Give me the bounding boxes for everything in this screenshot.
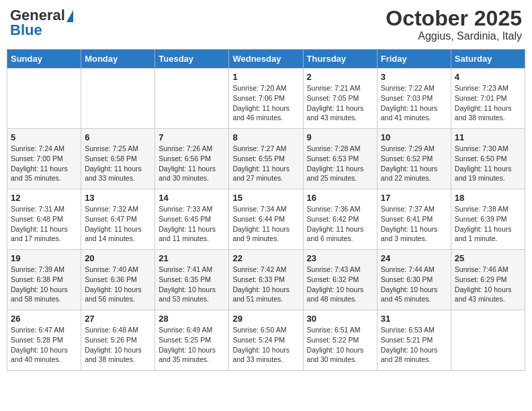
day-number: 2: [307, 72, 373, 82]
calendar-cell: 30Sunrise: 6:51 AM Sunset: 5:22 PM Dayli…: [303, 310, 377, 371]
day-info: Sunrise: 7:40 AM Sunset: 6:36 PM Dayligh…: [85, 265, 151, 304]
header-cell-saturday: Saturday: [451, 50, 525, 68]
day-number: 24: [381, 253, 447, 263]
header-cell-tuesday: Tuesday: [155, 50, 229, 68]
calendar-header: SundayMondayTuesdayWednesdayThursdayFrid…: [7, 50, 525, 68]
calendar-cell: 2Sunrise: 7:21 AM Sunset: 7:05 PM Daylig…: [303, 68, 377, 129]
day-number: 6: [85, 132, 151, 142]
day-number: 28: [159, 314, 225, 324]
calendar-cell: 17Sunrise: 7:37 AM Sunset: 6:41 PM Dayli…: [377, 189, 451, 250]
day-number: 9: [307, 132, 373, 142]
header-cell-wednesday: Wednesday: [229, 50, 303, 68]
day-number: 18: [455, 193, 521, 203]
day-number: 20: [85, 253, 151, 263]
calendar-cell: 6Sunrise: 7:25 AM Sunset: 6:58 PM Daylig…: [81, 129, 155, 189]
day-info: Sunrise: 7:29 AM Sunset: 6:52 PM Dayligh…: [381, 144, 447, 183]
page-header: General Blue October 2025 Aggius, Sardin…: [7, 7, 525, 42]
day-number: 8: [232, 132, 299, 142]
calendar-cell: 31Sunrise: 6:53 AM Sunset: 5:21 PM Dayli…: [377, 310, 451, 371]
day-info: Sunrise: 7:21 AM Sunset: 7:05 PM Dayligh…: [307, 83, 373, 123]
calendar-cell: 14Sunrise: 7:33 AM Sunset: 6:45 PM Dayli…: [155, 189, 229, 250]
calendar-cell: 12Sunrise: 7:31 AM Sunset: 6:48 PM Dayli…: [7, 189, 81, 250]
calendar-cell: 22Sunrise: 7:42 AM Sunset: 6:33 PM Dayli…: [229, 250, 303, 310]
calendar-cell: [451, 310, 525, 371]
day-number: 22: [232, 253, 299, 263]
calendar-cell: 25Sunrise: 7:46 AM Sunset: 6:29 PM Dayli…: [451, 250, 525, 310]
day-info: Sunrise: 7:26 AM Sunset: 6:56 PM Dayligh…: [159, 144, 225, 183]
calendar-cell: [155, 68, 229, 129]
calendar-cell: [7, 68, 81, 129]
logo-blue-text: Blue: [10, 21, 42, 39]
logo-icon: [66, 10, 73, 22]
day-info: Sunrise: 7:24 AM Sunset: 7:00 PM Dayligh…: [11, 144, 77, 183]
day-info: Sunrise: 6:50 AM Sunset: 5:24 PM Dayligh…: [232, 325, 299, 365]
calendar-cell: 4Sunrise: 7:23 AM Sunset: 7:01 PM Daylig…: [451, 68, 525, 129]
calendar-week-4: 19Sunrise: 7:39 AM Sunset: 6:38 PM Dayli…: [7, 250, 525, 310]
day-info: Sunrise: 7:25 AM Sunset: 6:58 PM Dayligh…: [85, 144, 151, 183]
day-info: Sunrise: 7:46 AM Sunset: 6:29 PM Dayligh…: [455, 265, 521, 304]
calendar-cell: 24Sunrise: 7:44 AM Sunset: 6:30 PM Dayli…: [377, 250, 451, 310]
day-number: 14: [159, 193, 225, 203]
day-info: Sunrise: 7:23 AM Sunset: 7:01 PM Dayligh…: [455, 83, 521, 123]
calendar-week-1: 1Sunrise: 7:20 AM Sunset: 7:06 PM Daylig…: [7, 68, 525, 129]
day-number: 5: [11, 132, 77, 142]
calendar-cell: 3Sunrise: 7:22 AM Sunset: 7:03 PM Daylig…: [377, 68, 451, 129]
day-number: 15: [232, 193, 299, 203]
header-cell-friday: Friday: [377, 50, 451, 68]
calendar-cell: 19Sunrise: 7:39 AM Sunset: 6:38 PM Dayli…: [7, 250, 81, 310]
day-info: Sunrise: 6:47 AM Sunset: 5:28 PM Dayligh…: [11, 325, 77, 365]
logo: General Blue: [10, 7, 73, 39]
day-number: 26: [11, 314, 77, 324]
header-cell-sunday: Sunday: [7, 50, 81, 68]
day-info: Sunrise: 7:44 AM Sunset: 6:30 PM Dayligh…: [381, 265, 447, 304]
calendar-cell: 18Sunrise: 7:38 AM Sunset: 6:39 PM Dayli…: [451, 189, 525, 250]
day-info: Sunrise: 6:49 AM Sunset: 5:25 PM Dayligh…: [159, 325, 225, 365]
day-info: Sunrise: 7:22 AM Sunset: 7:03 PM Dayligh…: [381, 83, 447, 123]
location-title: Aggius, Sardinia, Italy: [386, 30, 522, 42]
calendar-cell: 28Sunrise: 6:49 AM Sunset: 5:25 PM Dayli…: [155, 310, 229, 371]
header-cell-thursday: Thursday: [303, 50, 377, 68]
calendar-cell: 9Sunrise: 7:28 AM Sunset: 6:53 PM Daylig…: [303, 129, 377, 189]
day-info: Sunrise: 7:41 AM Sunset: 6:35 PM Dayligh…: [159, 265, 225, 304]
day-info: Sunrise: 7:27 AM Sunset: 6:55 PM Dayligh…: [232, 144, 299, 183]
day-info: Sunrise: 7:39 AM Sunset: 6:38 PM Dayligh…: [11, 265, 77, 304]
day-number: 29: [232, 314, 299, 324]
day-number: 31: [381, 314, 447, 324]
day-info: Sunrise: 7:31 AM Sunset: 6:48 PM Dayligh…: [11, 204, 77, 244]
day-info: Sunrise: 6:48 AM Sunset: 5:26 PM Dayligh…: [85, 325, 151, 365]
calendar-cell: 15Sunrise: 7:34 AM Sunset: 6:44 PM Dayli…: [229, 189, 303, 250]
day-number: 1: [232, 72, 299, 82]
calendar-cell: 10Sunrise: 7:29 AM Sunset: 6:52 PM Dayli…: [377, 129, 451, 189]
day-info: Sunrise: 7:36 AM Sunset: 6:42 PM Dayligh…: [307, 204, 373, 244]
day-number: 12: [11, 193, 77, 203]
calendar-cell: 27Sunrise: 6:48 AM Sunset: 5:26 PM Dayli…: [81, 310, 155, 371]
calendar-table: SundayMondayTuesdayWednesdayThursdayFrid…: [7, 49, 525, 371]
day-info: Sunrise: 7:33 AM Sunset: 6:45 PM Dayligh…: [159, 204, 225, 244]
day-info: Sunrise: 7:43 AM Sunset: 6:32 PM Dayligh…: [307, 265, 373, 304]
calendar-cell: 23Sunrise: 7:43 AM Sunset: 6:32 PM Dayli…: [303, 250, 377, 310]
calendar-cell: 13Sunrise: 7:32 AM Sunset: 6:47 PM Dayli…: [81, 189, 155, 250]
calendar-week-5: 26Sunrise: 6:47 AM Sunset: 5:28 PM Dayli…: [7, 310, 525, 371]
calendar-cell: 8Sunrise: 7:27 AM Sunset: 6:55 PM Daylig…: [229, 129, 303, 189]
day-number: 4: [455, 72, 521, 82]
header-cell-monday: Monday: [81, 50, 155, 68]
day-info: Sunrise: 6:53 AM Sunset: 5:21 PM Dayligh…: [381, 325, 447, 365]
day-number: 25: [455, 253, 521, 263]
day-number: 11: [455, 132, 521, 142]
day-info: Sunrise: 7:30 AM Sunset: 6:50 PM Dayligh…: [455, 144, 521, 183]
day-info: Sunrise: 7:42 AM Sunset: 6:33 PM Dayligh…: [232, 265, 299, 304]
calendar-cell: 29Sunrise: 6:50 AM Sunset: 5:24 PM Dayli…: [229, 310, 303, 371]
calendar-cell: [81, 68, 155, 129]
calendar-cell: 21Sunrise: 7:41 AM Sunset: 6:35 PM Dayli…: [155, 250, 229, 310]
calendar-cell: 16Sunrise: 7:36 AM Sunset: 6:42 PM Dayli…: [303, 189, 377, 250]
day-info: Sunrise: 7:37 AM Sunset: 6:41 PM Dayligh…: [381, 204, 447, 244]
calendar-body: 1Sunrise: 7:20 AM Sunset: 7:06 PM Daylig…: [7, 68, 525, 371]
calendar-cell: 11Sunrise: 7:30 AM Sunset: 6:50 PM Dayli…: [451, 129, 525, 189]
day-number: 27: [85, 314, 151, 324]
day-number: 23: [307, 253, 373, 263]
calendar-week-2: 5Sunrise: 7:24 AM Sunset: 7:00 PM Daylig…: [7, 129, 525, 189]
day-number: 7: [159, 132, 225, 142]
calendar-cell: 7Sunrise: 7:26 AM Sunset: 6:56 PM Daylig…: [155, 129, 229, 189]
day-number: 13: [85, 193, 151, 203]
calendar-week-3: 12Sunrise: 7:31 AM Sunset: 6:48 PM Dayli…: [7, 189, 525, 250]
